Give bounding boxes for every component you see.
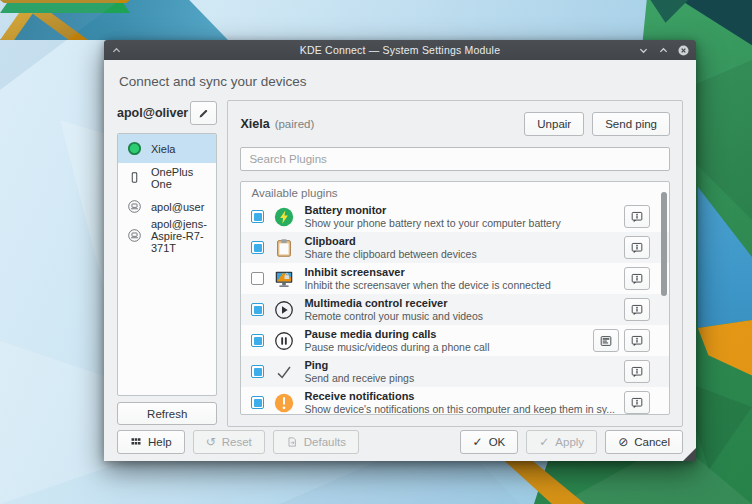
device-panel: Xiela (paired) Unpair Send ping Availabl… xyxy=(227,100,683,427)
battery-monitor-icon xyxy=(273,206,295,228)
pencil-icon xyxy=(197,107,210,120)
reset-button[interactable]: ↺ Reset xyxy=(193,430,265,454)
plugin-about-button[interactable] xyxy=(624,205,650,228)
plugin-name: Inhibit screensaver xyxy=(304,266,615,279)
device-pair-status: (paired) xyxy=(275,118,525,130)
plugin-list: Available plugins Battery monitor Show y… xyxy=(240,181,670,415)
plugin-row[interactable]: Pause media during calls Pause music/vid… xyxy=(241,325,669,356)
account-name: apol@oliver xyxy=(117,106,188,120)
plugin-description: Send and receive pings xyxy=(304,372,615,385)
plugin-name: Receive notifications xyxy=(304,390,615,403)
info-icon xyxy=(630,334,644,348)
close-icon[interactable] xyxy=(677,44,689,56)
info-icon xyxy=(630,396,644,410)
minimize-icon[interactable] xyxy=(637,44,649,56)
clipboard-icon xyxy=(273,237,295,259)
help-icon xyxy=(130,436,142,448)
plugin-row[interactable]: Inhibit screensaver Inhibit the screensa… xyxy=(241,263,669,294)
kde-connect-window: KDE Connect — System Settings Module Con… xyxy=(104,40,696,461)
plugin-checkbox[interactable] xyxy=(251,396,264,409)
plugin-about-button[interactable] xyxy=(624,329,650,352)
play-icon xyxy=(273,299,295,321)
smartphone-icon xyxy=(127,170,142,185)
configure-icon xyxy=(599,334,613,348)
plugin-description: Pause music/videos during a phone call xyxy=(304,341,584,354)
check-icon: ✓ xyxy=(473,436,483,448)
device-name: Xiela xyxy=(240,117,269,131)
phone-connected-icon xyxy=(127,141,142,156)
plugin-name: Ping xyxy=(304,359,615,372)
plugin-about-button[interactable] xyxy=(624,360,650,383)
plugin-row[interactable]: Battery monitor Show your phone battery … xyxy=(241,201,669,232)
notification-icon xyxy=(273,392,295,414)
device-list-item[interactable]: Xiela xyxy=(118,134,216,163)
device-list: Xiela OnePlus One apol@user apol@jens-As… xyxy=(117,133,217,396)
send-ping-button[interactable]: Send ping xyxy=(592,112,670,136)
plugin-about-button[interactable] xyxy=(624,267,650,290)
search-plugins-input[interactable] xyxy=(240,147,670,171)
plugin-description: Show device's notifications on this comp… xyxy=(304,403,615,415)
pause-icon xyxy=(273,330,295,352)
plugin-name: Battery monitor xyxy=(304,204,615,217)
help-button[interactable]: Help xyxy=(117,430,185,454)
page-title: Connect and sync your devices xyxy=(119,74,681,89)
info-icon xyxy=(630,303,644,317)
plugin-checkbox[interactable] xyxy=(251,303,264,316)
window-title: KDE Connect — System Settings Module xyxy=(104,44,696,56)
apply-button[interactable]: ✓ Apply xyxy=(526,430,597,454)
info-icon xyxy=(630,272,644,286)
device-list-item[interactable]: apol@jens-Aspire-R7-371T xyxy=(118,221,216,250)
defaults-icon xyxy=(286,436,298,448)
cancel-icon: ⊘ xyxy=(618,436,628,448)
ping-icon xyxy=(273,361,295,383)
screensaver-icon xyxy=(273,268,295,290)
plugin-list-header: Available plugins xyxy=(241,182,669,201)
check-icon: ✓ xyxy=(539,436,549,448)
plugin-rows: Battery monitor Show your phone battery … xyxy=(241,201,669,415)
window-body: Connect and sync your devices apol@olive… xyxy=(104,60,696,461)
plugin-checkbox[interactable] xyxy=(251,272,264,285)
cancel-button[interactable]: ⊘ Cancel xyxy=(605,430,683,454)
keep-above-icon[interactable] xyxy=(110,44,122,56)
desktop-wallpaper: KDE Connect — System Settings Module Con… xyxy=(0,0,752,504)
scrollbar-thumb[interactable] xyxy=(661,192,667,296)
plugin-description: Share the clipboard between devices xyxy=(304,248,615,261)
dialog-footer: Help ↺ Reset Defaults ✓ xyxy=(117,430,683,454)
plugin-name: Multimedia control receiver xyxy=(304,297,615,310)
plugin-row[interactable]: Multimedia control receiver Remote contr… xyxy=(241,294,669,325)
info-icon xyxy=(630,210,644,224)
plugin-about-button[interactable] xyxy=(624,236,650,259)
plugin-checkbox[interactable] xyxy=(251,365,264,378)
refresh-button[interactable]: Refresh xyxy=(117,402,217,425)
plugin-description: Show your phone battery next to your com… xyxy=(304,217,615,230)
plugin-checkbox[interactable] xyxy=(251,210,264,223)
plugin-description: Remote control your music and videos xyxy=(304,310,615,323)
ok-button[interactable]: ✓ OK xyxy=(460,430,519,454)
device-list-item[interactable]: OnePlus One xyxy=(118,163,216,192)
plugin-configure-button[interactable] xyxy=(593,329,619,352)
plugin-about-button[interactable] xyxy=(624,391,650,414)
laptop-icon xyxy=(127,228,142,243)
laptop-icon xyxy=(127,199,142,214)
maximize-icon[interactable] xyxy=(657,44,669,56)
device-sidebar: apol@oliver Xiela OnePlus One apol@user … xyxy=(117,100,217,427)
rename-device-button[interactable] xyxy=(190,101,217,125)
plugin-row[interactable]: Receive notifications Show device's noti… xyxy=(241,387,669,415)
plugin-description: Inhibit the screensaver when the device … xyxy=(304,279,615,292)
resize-grip[interactable] xyxy=(683,448,696,461)
plugin-about-button[interactable] xyxy=(624,298,650,321)
plugin-name: Pause media during calls xyxy=(304,328,584,341)
info-icon xyxy=(630,241,644,255)
titlebar[interactable]: KDE Connect — System Settings Module xyxy=(104,40,696,60)
plugin-checkbox[interactable] xyxy=(251,241,264,254)
undo-icon: ↺ xyxy=(206,436,216,448)
unpair-button[interactable]: Unpair xyxy=(524,112,584,136)
plugin-checkbox[interactable] xyxy=(251,334,264,347)
info-icon xyxy=(630,365,644,379)
plugin-row[interactable]: Clipboard Share the clipboard between de… xyxy=(241,232,669,263)
plugin-name: Clipboard xyxy=(304,235,615,248)
defaults-button[interactable]: Defaults xyxy=(273,430,359,454)
plugin-row[interactable]: Ping Send and receive pings xyxy=(241,356,669,387)
